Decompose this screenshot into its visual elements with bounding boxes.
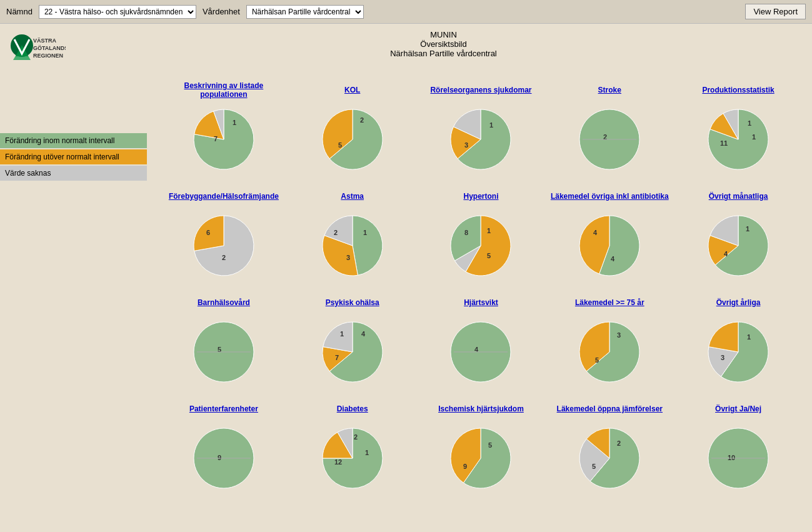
pie-label-16-0: 12 (334, 458, 342, 466)
pie-label-2-0: 3 (464, 141, 468, 149)
pie-label-13-1: 3 (617, 331, 621, 339)
chart-title-1[interactable]: KOL (344, 80, 360, 100)
chart-title-16[interactable]: Diabetes (337, 399, 368, 419)
charts-grid: Beskrivning av listade populationen71KOL… (163, 80, 799, 493)
pie-container-0: 71 (189, 105, 258, 174)
pie-container-2: 31 (446, 105, 515, 174)
pie-label-1-1: 2 (360, 116, 364, 124)
pie-svg-8: 44 (575, 211, 644, 280)
pie-label-4-1: 1 (748, 119, 751, 127)
chart-title-18[interactable]: Läkemedel öppna jämförelser (557, 399, 663, 419)
chart-title-15[interactable]: Patienterfarenheter (189, 399, 258, 419)
namnd-select[interactable]: 22 - Västra hälso- och sjukvårdsnämnden (39, 5, 196, 19)
pie-svg-12: 4 (446, 318, 515, 386)
pie-label-6-0: 3 (346, 254, 350, 261)
pie-label-14-1: 1 (747, 333, 751, 341)
chart-cell-0: Beskrivning av listade populationen71 (163, 80, 285, 174)
svg-text:REGIONEN: REGIONEN (33, 53, 63, 59)
svg-text:VÄSTRA: VÄSTRA (33, 38, 57, 44)
pie-svg-18: 52 (575, 424, 644, 493)
chart-title-10[interactable]: Barnhälsovård (198, 293, 250, 313)
pie-label-16-2: 1 (365, 449, 369, 456)
pie-label-1-0: 5 (338, 141, 342, 149)
overview-title: Översiktsbild (75, 39, 812, 49)
chart-title-19[interactable]: Övrigt Ja/Nej (715, 399, 761, 419)
pie-container-3: 2 (575, 105, 644, 174)
pie-container-18: 52 (575, 424, 644, 493)
chart-title-13[interactable]: Läkemedel >= 75 år (575, 293, 644, 313)
pie-label-8-0: 4 (593, 229, 598, 236)
pie-slice-11-2 (323, 322, 352, 352)
chart-title-6[interactable]: Astma (341, 186, 364, 206)
pie-label-11-0: 7 (335, 354, 339, 361)
pie-svg-11: 714 (318, 318, 387, 386)
svg-text:GÖTALANDS: GÖTALANDS (33, 45, 66, 51)
pie-container-14: 31 (704, 318, 773, 386)
pie-label-17-1: 5 (488, 441, 492, 449)
pie-label-11-1: 1 (340, 330, 344, 338)
chart-cell-18: Läkemedel öppna jämförelser52 (548, 399, 671, 493)
pie-label-16-1: 2 (354, 433, 358, 441)
pie-container-6: 321 (318, 211, 387, 280)
chart-cell-17: Ischemisk hjärtsjukdom95 (420, 399, 543, 493)
pie-container-19: 10 (704, 424, 773, 493)
unit-title: Närhälsan Partille vårdcentral (75, 49, 812, 58)
pie-svg-19: 10 (704, 424, 773, 493)
pie-label-8-1: 4 (611, 255, 615, 263)
chart-cell-5: Förebyggande/Hälsofrämjande62 (163, 186, 285, 280)
pie-svg-14: 31 (704, 318, 773, 386)
pie-label-5-0: 6 (206, 229, 210, 236)
chart-cell-14: Övrigt årliga31 (677, 293, 799, 386)
pie-svg-9: 41 (704, 211, 773, 280)
pie-svg-0: 71 (189, 105, 258, 174)
pie-label-15-0: 9 (218, 454, 221, 461)
chart-title-5[interactable]: Förebyggande/Hälsofrämjande (169, 186, 279, 206)
chart-title-14[interactable]: Övrigt årliga (716, 293, 761, 313)
chart-title-7[interactable]: Hypertoni (463, 186, 498, 206)
pie-label-11-2: 4 (361, 330, 366, 338)
pie-label-7-2: 5 (487, 252, 491, 259)
chart-cell-3: Stroke2 (548, 80, 671, 174)
chart-title-9[interactable]: Övrigt månatliga (709, 186, 768, 206)
pie-svg-16: 1221 (318, 424, 387, 493)
center-header: MUNIN Översiktsbild Närhälsan Partille v… (75, 24, 812, 74)
chart-title-11[interactable]: Psykisk ohälsa (326, 293, 379, 313)
pie-svg-3: 2 (575, 105, 644, 174)
pie-container-12: 4 (446, 318, 515, 386)
chart-title-8[interactable]: Läkemedel övriga inkl antibiotika (551, 186, 669, 206)
pie-svg-2: 31 (446, 105, 515, 174)
pie-label-0-1: 1 (233, 119, 236, 126)
chart-cell-10: Barnhälsovård5 (163, 293, 285, 386)
pie-label-4-0: 11 (720, 139, 728, 147)
chart-title-17[interactable]: Ischemisk hjärtsjukdom (438, 399, 524, 419)
pie-container-13: 53 (575, 318, 644, 386)
chart-title-2[interactable]: Rörelseorganens sjukdomar (430, 80, 531, 100)
pie-label-13-0: 5 (595, 356, 599, 364)
view-report-button[interactable]: View Report (745, 4, 806, 19)
logo-area: VÄSTRA GÖTALANDS REGIONEN (0, 24, 75, 74)
pie-container-4: 1111 (704, 105, 773, 174)
pie-label-2-1: 1 (489, 121, 493, 129)
chart-title-3[interactable]: Stroke (598, 80, 621, 100)
pie-svg-10: 5 (189, 318, 258, 386)
pie-label-5-1: 2 (222, 254, 226, 261)
pie-label-6-1: 2 (334, 229, 338, 236)
legend-orange: Förändring utöver normalt intervall (0, 149, 147, 164)
pie-label-0-0: 7 (214, 135, 218, 143)
pie-container-1: 52 (318, 105, 387, 174)
pie-label-17-0: 9 (463, 463, 467, 470)
vardenhet-select[interactable]: Närhälsan Partille vårdcentral (246, 5, 364, 19)
pie-label-9-0: 4 (724, 250, 728, 258)
chart-title-12[interactable]: Hjärtsvikt (464, 293, 498, 313)
namnd-label: Nämnd (6, 7, 33, 16)
pie-container-7: 815 (446, 211, 515, 280)
pie-svg-17: 95 (446, 424, 515, 493)
pie-label-18-1: 2 (617, 439, 621, 447)
pie-container-10: 5 (189, 318, 258, 386)
pie-svg-15: 9 (189, 424, 258, 493)
chart-title-4[interactable]: Produktionsstatistik (702, 80, 774, 100)
legend: Förändring inom normalt intervall Föränd… (0, 133, 147, 182)
main-content: Beskrivning av listade populationen71KOL… (150, 74, 812, 499)
chart-title-0[interactable]: Beskrivning av listade populationen (163, 80, 285, 100)
pie-container-9: 41 (704, 211, 773, 280)
